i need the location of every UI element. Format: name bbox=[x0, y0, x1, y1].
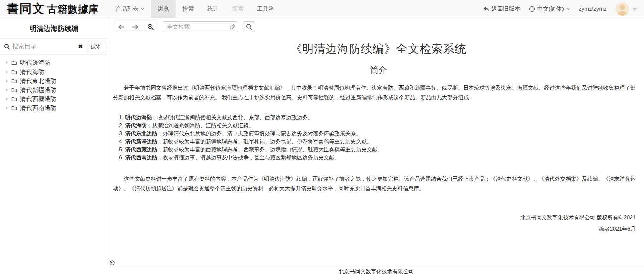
language-label: 中文(简体) bbox=[537, 5, 564, 13]
nav-item-label: 产品列表 bbox=[116, 5, 139, 13]
fulltext-search-input[interactable] bbox=[163, 21, 238, 32]
tree-item-ming-coastal-defense[interactable]: 明代邊海防 bbox=[5, 58, 108, 67]
tree-item-qing-coastal-defense[interactable]: 清代海防 bbox=[5, 67, 108, 76]
expand-arrow-icon[interactable] bbox=[6, 88, 8, 92]
reply-arrow-icon bbox=[483, 6, 489, 12]
expand-arrow-icon[interactable] bbox=[6, 97, 8, 101]
document-body: 《明清边海防续编》全文检索系统 简介 若干年前书同文曾经推出过《明清两朝边塞海疆… bbox=[109, 41, 644, 233]
expand-arrow-icon[interactable] bbox=[6, 79, 8, 83]
copyright-line: 北京书同文数字化技术有限公司 版权所有© 2021 bbox=[113, 214, 636, 221]
nav-item-product-list[interactable]: 产品列表 bbox=[109, 0, 151, 18]
top-navbar: 書同文 古籍數據庫 产品列表 浏览 搜索 统计 探索 工具箱 返回旧版本 中文( bbox=[0, 0, 644, 18]
copyright-block: 北京书同文数字化技术有限公司 版权所有© 2021 编者2021年6月 bbox=[113, 214, 636, 233]
return-old-version-link[interactable]: 返回旧版本 bbox=[483, 5, 520, 13]
catalog-search-bar: ✖ 搜索 bbox=[0, 39, 108, 55]
search-icon bbox=[4, 44, 10, 50]
clear-search-icon[interactable]: ✖ bbox=[77, 43, 84, 50]
catalog-search-button[interactable]: 搜索 bbox=[87, 41, 105, 52]
arrow-right-icon bbox=[132, 24, 139, 30]
list-item: 4.清代新疆边防：新收录较为丰富的新疆地理志考、驻军札记、边务笔记、伊犁将军奏稿… bbox=[119, 138, 644, 146]
nav-item-label: 搜索 bbox=[182, 5, 194, 13]
fulltext-search-field bbox=[163, 21, 238, 32]
nav-item-label: 浏览 bbox=[158, 5, 169, 13]
page-title: 《明清边海防续编》全文检索系统 bbox=[113, 41, 644, 57]
zoom-in-icon bbox=[147, 24, 154, 30]
list-item: 1.明代边海防：收录明代江浙闽防倭相关文献及西北、东部、西部边塞边政边务。 bbox=[119, 113, 644, 122]
expand-arrow-icon[interactable] bbox=[6, 106, 8, 110]
arrow-left-icon bbox=[117, 24, 124, 30]
tree-item-qing-southwest-border[interactable]: 清代西南邊防 bbox=[5, 103, 108, 112]
folder-icon bbox=[11, 97, 17, 101]
nav-item-search[interactable]: 搜索 bbox=[176, 0, 201, 18]
nav-item-label: 统计 bbox=[207, 5, 219, 13]
chevron-down-icon bbox=[566, 8, 570, 10]
nav-item-browse[interactable]: 浏览 bbox=[151, 0, 176, 18]
folder-icon bbox=[11, 70, 17, 74]
intro-paragraph: 若干年前书同文曾经推出过《明清两朝边塞海疆地理档案文献汇编》，其中收录了明清时周… bbox=[113, 83, 636, 102]
tree-item-label: 清代西南邊防 bbox=[20, 104, 56, 112]
return-old-version-label: 返回旧版本 bbox=[492, 5, 520, 13]
list-item: 2.清代海防：从顺治到道光朝海防、江防相关文献汇辑。 bbox=[119, 122, 644, 130]
tree-item-qing-tibet-border[interactable]: 清代西藏邊防 bbox=[5, 94, 108, 103]
nav-item-toolbox[interactable]: 工具箱 bbox=[250, 0, 281, 18]
catalog-sidebar: 明清边海防续编 ✖ 搜索 明代邊海防 清代海防 清代東北邊防 清代新疆邊防 bbox=[0, 18, 108, 276]
nav-item-explore: 探索 bbox=[225, 0, 250, 18]
tree-item-qing-northeast-border[interactable]: 清代東北邊防 bbox=[5, 76, 108, 85]
avatar-head-shape bbox=[620, 5, 625, 10]
collection-list: 1.明代边海防：收录明代江浙闽防倭相关文献及西北、东部、西部边塞边政边务。 2.… bbox=[119, 113, 644, 162]
tree-item-label: 明代邊海防 bbox=[20, 59, 50, 67]
folder-icon bbox=[11, 88, 17, 92]
sidebar-collapse-toggle[interactable] bbox=[109, 260, 115, 266]
catalog-tree: 明代邊海防 清代海防 清代東北邊防 清代新疆邊防 清代西藏邊防 清代西南邊防 bbox=[0, 55, 108, 112]
tree-item-label: 清代新疆邊防 bbox=[20, 86, 56, 94]
expand-arrow-icon[interactable] bbox=[6, 61, 8, 64]
folder-icon bbox=[11, 60, 17, 65]
chevron-down-icon bbox=[141, 8, 144, 10]
forward-button[interactable] bbox=[128, 21, 143, 32]
nav-button-group bbox=[113, 21, 158, 32]
tree-item-qing-xinjiang-border[interactable]: 清代新疆邊防 bbox=[5, 85, 108, 94]
logo-calligraphy: 書同文 bbox=[7, 1, 45, 17]
zoom-in-button[interactable] bbox=[143, 21, 158, 32]
list-item: 3.清代东北边防：办理清代东北禁地的边务、清中央政府审慎处理与蒙古边务及对藩务怀… bbox=[119, 130, 644, 138]
page-footer: 北京书同文数字化技术有限公司 bbox=[109, 267, 644, 276]
expand-arrow-icon[interactable] bbox=[6, 70, 8, 74]
language-selector[interactable]: 中文(简体) bbox=[529, 5, 570, 13]
catalog-search-input[interactable] bbox=[12, 43, 74, 50]
list-item: 5.清代西藏边防：新收录较为丰富的西藏地理志考、西藏事务、边境隘口情况、驻藏大臣… bbox=[119, 146, 644, 154]
user-menu-chevron-icon[interactable] bbox=[633, 8, 637, 10]
sidebar-title: 明清边海防续编 bbox=[0, 18, 108, 39]
fulltext-search-button[interactable] bbox=[243, 21, 255, 32]
globe-icon bbox=[529, 6, 535, 12]
circle-arrow-left-icon bbox=[110, 260, 115, 265]
user-avatar[interactable] bbox=[615, 2, 629, 16]
tree-item-label: 清代海防 bbox=[20, 68, 44, 76]
logo-text: 古籍數據庫 bbox=[47, 3, 99, 16]
avatar-body-shape bbox=[618, 11, 627, 16]
tree-item-label: 清代東北邊防 bbox=[20, 77, 56, 85]
editor-date: 编者2021年6月 bbox=[113, 226, 636, 233]
section-title-intro: 简介 bbox=[113, 64, 644, 76]
folder-icon bbox=[11, 106, 17, 110]
main-menu: 产品列表 浏览 搜索 统计 探索 工具箱 bbox=[109, 0, 281, 18]
nav-item-statistics[interactable]: 统计 bbox=[201, 0, 225, 18]
nav-item-label: 工具箱 bbox=[257, 5, 274, 13]
outro-paragraph: 这些文献史料进一步丰富了原有资料的内容，本产品作为《明清边海防》续编，正好弥补了… bbox=[113, 174, 636, 193]
eraser-icon[interactable] bbox=[229, 24, 236, 31]
search-icon bbox=[246, 24, 252, 30]
nav-item-label: 探索 bbox=[232, 5, 244, 13]
list-item: 6.清代西南边防：收录滇缅边事、滇越边事及中法战争，甚至与藏区紧邻地区边务历史文… bbox=[119, 154, 644, 162]
main-content: 《明清边海防续编》全文检索系统 简介 若干年前书同文曾经推出过《明清两朝边塞海疆… bbox=[109, 18, 644, 276]
back-button[interactable] bbox=[113, 21, 128, 32]
content-toolbar bbox=[113, 21, 644, 32]
app-logo[interactable]: 書同文 古籍數據庫 bbox=[7, 1, 99, 17]
footer-company: 北京书同文数字化技术有限公司 bbox=[339, 268, 414, 275]
navbar-right: 返回旧版本 中文(简体) zymz\zymz bbox=[483, 2, 637, 16]
username-label: zymz\zymz bbox=[579, 6, 607, 12]
folder-icon bbox=[11, 79, 17, 83]
tree-item-label: 清代西藏邊防 bbox=[20, 95, 56, 103]
